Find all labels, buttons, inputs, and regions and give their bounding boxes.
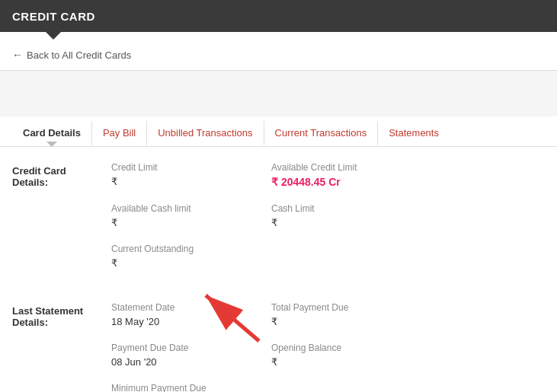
- last-statement-fields: Statement Date 18 May '20 Total Payment …: [111, 302, 545, 392]
- back-link[interactable]: ← Back to All Credit Cards: [12, 49, 131, 61]
- page-header: CREDIT CARD: [0, 0, 557, 32]
- field-label-current-outstanding: Current Outstanding: [111, 244, 264, 254]
- field-value-available-credit-limit: ₹ 20448.45 Cr: [271, 176, 424, 188]
- back-link-label: Back to All Credit Cards: [27, 49, 131, 61]
- field-label-payment-due-date: Payment Due Date: [111, 343, 264, 353]
- field-label-minimum-payment-due: Minimum Payment Due: [111, 383, 264, 392]
- field-label-statement-date: Statement Date: [111, 302, 264, 313]
- tab-current-transactions[interactable]: Current Transactions: [264, 121, 378, 146]
- last-statement-label: Last StatementDetails:: [12, 302, 111, 392]
- field-opening-balance: Opening Balance ₹: [271, 343, 431, 368]
- field-minimum-payment-due: Minimum Payment Due ₹: [111, 383, 271, 392]
- field-value-available-cash-limit: ₹: [111, 217, 264, 228]
- field-value-total-payment-due: ₹: [271, 316, 424, 327]
- field-value-payment-due-date: 08 Jun '20: [111, 356, 264, 368]
- field-total-payment-due: Total Payment Due ₹: [271, 302, 431, 327]
- field-label-opening-balance: Opening Balance: [271, 343, 424, 353]
- tab-statements[interactable]: Statements: [377, 121, 450, 146]
- main-content: Credit CardDetails: Credit Limit ₹ Avail…: [0, 147, 557, 392]
- card-details-section: Credit CardDetails: Credit Limit ₹ Avail…: [12, 162, 545, 284]
- spacer: [0, 71, 557, 116]
- field-credit-limit: Credit Limit ₹: [111, 162, 271, 188]
- field-current-outstanding: Current Outstanding ₹: [111, 244, 271, 269]
- field-label-total-payment-due: Total Payment Due: [271, 302, 424, 313]
- field-available-credit-limit: Available Credit Limit ₹ 20448.45 Cr: [271, 162, 431, 188]
- card-details-label: Credit CardDetails:: [12, 162, 111, 284]
- tab-card-details[interactable]: Card Details: [12, 121, 91, 146]
- field-payment-due-date: Payment Due Date 08 Jun '20: [111, 343, 271, 368]
- back-arrow-icon: ←: [12, 49, 23, 61]
- last-statement-section: Last StatementDetails: Statement Date 18…: [12, 302, 545, 392]
- field-label-available-cash-limit: Available Cash limit: [111, 203, 264, 214]
- tab-unbilled-transactions[interactable]: Unbilled Transactions: [146, 121, 263, 146]
- tab-pay-bill[interactable]: Pay Bill: [91, 121, 146, 146]
- field-value-statement-date: 18 May '20: [111, 316, 264, 327]
- field-cash-limit: Cash Limit ₹: [271, 203, 431, 228]
- field-value-credit-limit: ₹: [111, 176, 264, 187]
- field-value-opening-balance: ₹: [271, 356, 424, 368]
- field-value-current-outstanding: ₹: [111, 257, 264, 269]
- field-value-cash-limit: ₹: [271, 217, 424, 228]
- field-label-available-credit-limit: Available Credit Limit: [271, 162, 424, 173]
- card-details-fields: Credit Limit ₹ Available Credit Limit ₹ …: [111, 162, 545, 284]
- field-label-cash-limit: Cash Limit: [271, 203, 424, 214]
- field-statement-date: Statement Date 18 May '20: [111, 302, 271, 327]
- header-caret: [0, 32, 557, 40]
- back-bar: ← Back to All Credit Cards: [0, 40, 557, 71]
- field-available-cash-limit: Available Cash limit ₹: [111, 203, 271, 228]
- tabs-bar: Card Details Pay Bill Unbilled Transacti…: [0, 116, 557, 147]
- header-title: CREDIT CARD: [12, 10, 95, 23]
- field-label-credit-limit: Credit Limit: [111, 162, 264, 173]
